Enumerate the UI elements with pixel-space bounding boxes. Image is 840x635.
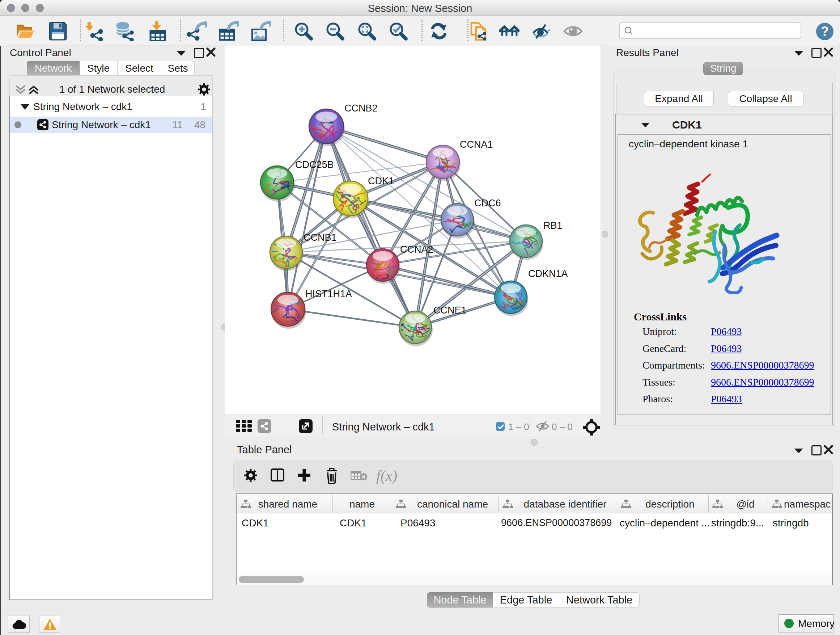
- svg-text:CCNA1: CCNA1: [460, 139, 493, 150]
- svg-text:CCNB1: CCNB1: [303, 232, 337, 243]
- svg-text:HIST1H1A: HIST1H1A: [305, 288, 352, 299]
- svg-text:CCNA2: CCNA2: [400, 244, 433, 255]
- svg-text:CDK1: CDK1: [368, 176, 394, 187]
- svg-text:CCNB2: CCNB2: [344, 103, 378, 114]
- svg-text:CDC25B: CDC25B: [295, 159, 334, 170]
- svg-text:CDKN1A: CDKN1A: [528, 268, 568, 279]
- svg-text:RB1: RB1: [543, 220, 562, 231]
- svg-text:CCNE1: CCNE1: [433, 305, 467, 316]
- svg-text:?: ?: [821, 24, 829, 39]
- svg-text:CDC6: CDC6: [474, 198, 501, 209]
